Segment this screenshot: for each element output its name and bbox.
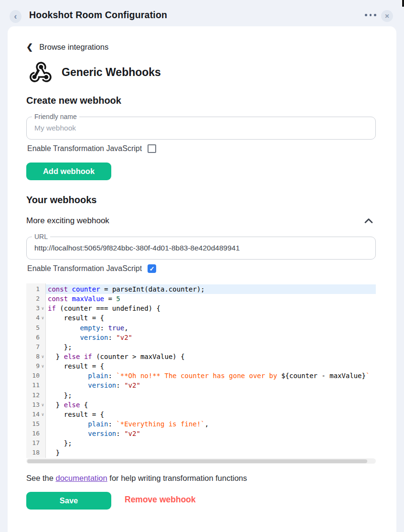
gutter-cell: 2 (26, 294, 46, 304)
code-editor[interactable]: 1const counter = parseInt(data.counter);… (26, 283, 376, 458)
code-line[interactable]: }; (46, 391, 376, 400)
line-number: 14 (32, 410, 40, 419)
code-line[interactable]: } else { (46, 400, 376, 410)
gutter-cell: 9∨ (26, 361, 46, 371)
enable-transform-checkbox-checked[interactable]: ✓ (148, 264, 156, 273)
help-suffix: for help writing transformation function… (107, 474, 247, 482)
documentation-link[interactable]: documentation (55, 474, 107, 482)
line-number: 6 (36, 333, 40, 342)
gutter-cell: 3∨ (26, 304, 46, 313)
dialog-header: ‹ Hookshot Room Configuration ✕ (0, 0, 404, 26)
code-line[interactable]: }; (46, 342, 376, 352)
browse-integrations-label: Browse integrations (39, 43, 108, 52)
gutter-cell: 11 (26, 380, 46, 390)
close-button[interactable]: ✕ (381, 10, 393, 22)
editor-horizontal-scrollbar (26, 458, 376, 464)
help-text: See the documentation for help writing t… (26, 474, 247, 483)
fold-icon[interactable]: ∨ (40, 304, 46, 313)
code-line[interactable]: result = { (46, 410, 376, 419)
code-line[interactable]: version: "v2" (46, 333, 376, 342)
fold-icon[interactable]: ∨ (40, 361, 46, 371)
editor-line[interactable]: 3∨if (counter === undefined) { (26, 304, 376, 313)
help-prefix: See the (26, 474, 55, 482)
fold-icon[interactable]: ∨ (40, 400, 46, 410)
service-title: Generic Webhooks (62, 66, 161, 79)
editor-line[interactable]: 7 }; (26, 342, 376, 352)
back-button[interactable]: ‹ (10, 10, 21, 23)
editor-line[interactable]: 16 version: "v2" (26, 429, 376, 438)
editor-line[interactable]: 11 version: "v2" (26, 380, 376, 390)
url-field: URL (26, 237, 376, 260)
chevron-up-icon[interactable] (362, 215, 375, 227)
chevron-left-icon: ❮ (26, 42, 33, 52)
line-number: 3 (36, 304, 40, 313)
gutter-cell: 6 (26, 333, 46, 342)
code-line[interactable]: empty: true, (46, 323, 376, 333)
editor-line[interactable]: 12 }; (26, 391, 376, 400)
editor-line[interactable]: 14∨ result = { (26, 410, 376, 419)
gutter-cell: 7 (26, 342, 46, 352)
code-line[interactable]: plain: `**Oh no!** The counter has gone … (46, 371, 376, 380)
line-number: 5 (36, 323, 40, 333)
line-number: 2 (36, 294, 40, 304)
fold-icon[interactable]: ∨ (40, 410, 46, 419)
line-number: 10 (32, 371, 40, 380)
fold-icon[interactable]: ∨ (40, 352, 46, 361)
editor-line[interactable]: 2const maxValue = 5 (26, 294, 376, 304)
line-number: 12 (32, 391, 40, 400)
code-line[interactable]: result = { (46, 361, 376, 371)
dialog-body: ❮ Browse integrations Generic Webhooks C… (8, 26, 396, 532)
code-line[interactable]: version: "v2" (46, 429, 376, 438)
gutter-cell: 15 (26, 419, 46, 429)
add-webhook-button[interactable]: Add webhook (26, 163, 111, 180)
save-button[interactable]: Save (26, 492, 111, 510)
browse-integrations-link[interactable]: ❮ Browse integrations (26, 42, 108, 52)
code-line[interactable]: } (46, 448, 376, 457)
url-input[interactable] (33, 238, 370, 259)
line-number: 8 (36, 352, 40, 361)
line-number: 4 (36, 313, 40, 323)
editor-line[interactable]: 6 version: "v2" (26, 333, 376, 342)
overflow-menu-icon[interactable] (365, 14, 376, 16)
editor-line[interactable]: 13∨ } else { (26, 400, 376, 410)
editor-line[interactable]: 10 plain: `**Oh no!** The counter has go… (26, 371, 376, 380)
webhook-item-header[interactable]: More exciting webhook (26, 215, 375, 227)
editor-line[interactable]: 17 }; (26, 438, 376, 448)
code-line[interactable]: result = { (46, 313, 376, 323)
editor-line[interactable]: 18 } (26, 448, 376, 457)
enable-transform-checkbox-unchecked[interactable] (148, 144, 156, 153)
line-number: 16 (32, 429, 40, 438)
gutter-cell: 12 (26, 391, 46, 400)
remove-webhook-button[interactable]: Remove webhook (125, 495, 196, 505)
line-number: 11 (32, 380, 40, 390)
editor-line[interactable]: 5 empty: true, (26, 323, 376, 333)
gutter-cell: 10 (26, 371, 46, 380)
enable-transform-label: Enable Transformation JavaScript (27, 144, 142, 153)
editor-scrollbar-thumb[interactable] (27, 459, 367, 463)
code-line[interactable]: if (counter === undefined) { (46, 304, 376, 313)
editor-line[interactable]: 4∨ result = { (26, 313, 376, 323)
gutter-cell: 8∨ (26, 352, 46, 361)
fold-icon[interactable]: ∨ (40, 313, 46, 323)
line-number: 17 (32, 438, 40, 448)
code-line[interactable]: plain: `*Everything is fine!`, (46, 419, 376, 429)
code-line[interactable]: version: "v2" (46, 380, 376, 390)
friendly-name-field: Friendly name (26, 117, 376, 140)
line-number: 9 (36, 361, 40, 371)
enable-transform-row-item: Enable Transformation JavaScript ✓ (27, 264, 156, 273)
code-line[interactable]: } else if (counter > maxValue) { (46, 352, 376, 361)
dialog-title: Hookshot Room Configuration (29, 10, 167, 21)
code-line[interactable]: const maxValue = 5 (46, 294, 376, 304)
friendly-name-input[interactable] (33, 118, 370, 139)
editor-line[interactable]: 8∨ } else if (counter > maxValue) { (26, 352, 376, 361)
code-line[interactable]: }; (46, 438, 376, 448)
gutter-cell: 16 (26, 429, 46, 438)
back-icon: ‹ (14, 11, 17, 22)
code-line[interactable]: const counter = parseInt(data.counter); (46, 284, 376, 294)
editor-line[interactable]: 15 plain: `*Everything is fine!`, (26, 419, 376, 429)
editor-line[interactable]: 9∨ result = { (26, 361, 376, 371)
create-webhook-heading: Create new webhook (26, 95, 121, 106)
editor-line[interactable]: 1const counter = parseInt(data.counter); (26, 284, 376, 294)
gutter-cell: 5 (26, 323, 46, 333)
enable-transform-label: Enable Transformation JavaScript (27, 264, 142, 273)
